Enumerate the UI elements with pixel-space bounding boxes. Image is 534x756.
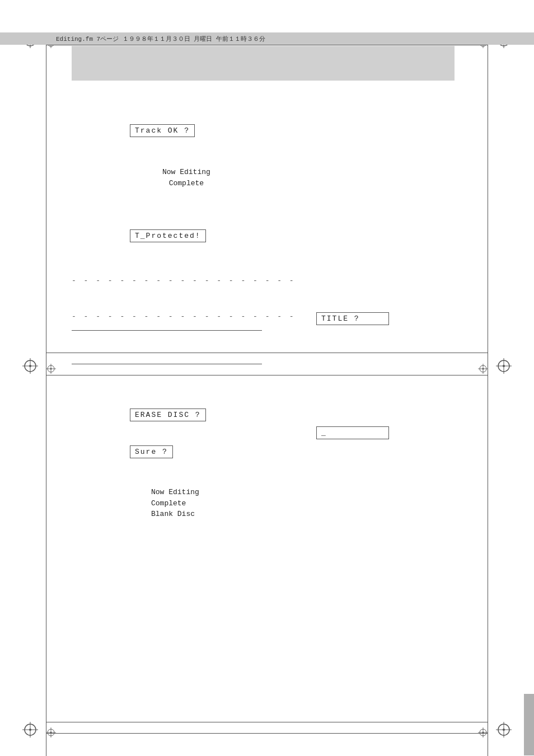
h-line-left-bot — [72, 364, 262, 364]
sure-display: Sure ? — [130, 445, 173, 458]
erase-disc-display: ERASE DISC ? — [130, 408, 206, 421]
reg-mark-mid-left — [22, 358, 38, 374]
small-reg-mid-left — [46, 364, 56, 374]
v-line-left — [46, 32, 46, 756]
small-reg-mid-right — [478, 364, 488, 374]
svg-point-15 — [503, 365, 505, 367]
now-editing-complete-blank-text: Now Editing Complete Blank Disc — [151, 487, 199, 520]
h-line-bot-1 — [46, 722, 488, 722]
dashed-line-1: - - - - - - - - - - - - - - - - - - - — [72, 276, 296, 285]
h-line-mid-top — [46, 353, 488, 353]
t-protected-display: T_Protected! — [130, 229, 206, 242]
small-reg-bot-right — [478, 727, 488, 738]
reg-mark-mid-right — [496, 358, 512, 374]
title-display: TITLE ? — [316, 312, 389, 325]
underscore-display: _ — [316, 426, 389, 439]
h-line-mid-bot — [46, 375, 488, 375]
h-line-top-2 — [46, 45, 488, 45]
svg-point-23 — [503, 729, 505, 731]
reg-mark-bot-left — [22, 722, 38, 738]
sidebar-right — [524, 694, 534, 755]
reg-mark-bot-right — [496, 722, 512, 738]
now-editing-complete-text: Now Editing Complete — [162, 167, 210, 189]
svg-point-35 — [50, 368, 52, 370]
header-bar: Editing.fm 7ページ １９９８年１１月３０日 月曜日 午前１１時３６分 — [0, 32, 534, 45]
dashed-line-2: - - - - - - - - - - - - - - - - - - - — [72, 312, 296, 321]
v-line-right — [488, 32, 488, 756]
small-reg-bot-left — [46, 727, 56, 738]
track-ok-display: Track OK ? — [130, 124, 195, 137]
h-line-bot-2 — [46, 733, 488, 734]
gray-content-block — [72, 46, 455, 81]
svg-point-11 — [29, 365, 31, 367]
svg-point-39 — [483, 368, 484, 370]
header-text: Editing.fm 7ページ １９９８年１１月３０日 月曜日 午前１１時３６分 — [56, 35, 265, 43]
svg-point-19 — [29, 729, 31, 731]
h-line-left-top — [72, 330, 262, 331]
